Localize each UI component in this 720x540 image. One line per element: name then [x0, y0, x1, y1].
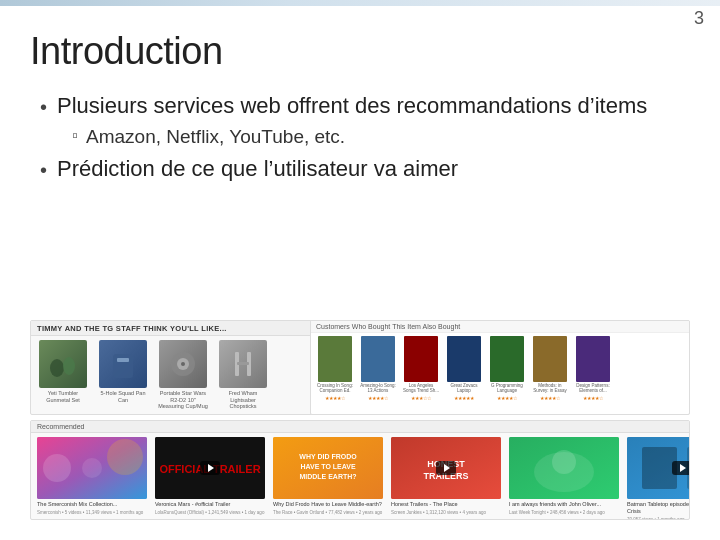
book-stars-5: ★★★★☆	[497, 395, 517, 401]
sub-bullet-text-1: Amazon, Netflix, YouTube, etc.	[86, 125, 345, 150]
images-area: TIMMY AND THE TG STAFF THINK YOU'LL LIKE…	[30, 320, 690, 520]
svg-rect-3	[117, 358, 129, 362]
book-label-3: Los Angeles Songs Trend Sh...	[402, 383, 440, 394]
yt-item-1: The Smerconish Mix Collection... Smercon…	[37, 437, 147, 520]
play-triangle-2	[208, 464, 214, 472]
sub-bullet-dash-1: ▫	[72, 125, 78, 147]
book-cover-4	[447, 336, 481, 382]
svg-point-0	[50, 359, 64, 377]
book-label-4: Great Zovacs Laptop	[445, 383, 483, 394]
bullet-item-1: • Plusieurs services web offrent des rec…	[40, 91, 690, 121]
yt-label-3: Why Did Frodo Have to Leave Middle-earth…	[273, 501, 383, 508]
yt-item-3: WHY DID FRODO HAVE TO LEAVE MIDDLE EARTH…	[273, 437, 383, 520]
sub-bullet-item-1: ▫ Amazon, Netflix, YouTube, etc.	[72, 125, 690, 150]
top-decorative-bar	[0, 0, 720, 6]
svg-rect-9	[237, 362, 249, 365]
yt-meta-3: The Race • Gavin Ortlund • 77,482 views …	[273, 510, 383, 515]
youtube-header: Recommended	[31, 421, 689, 433]
svg-text:HAVE TO LEAVE: HAVE TO LEAVE	[300, 463, 356, 470]
book-label-6: Methods: in Survey: in Essay	[531, 383, 569, 394]
play-overlay-4	[436, 461, 456, 475]
book-item-1: Crossing In Song: Companion Ed. ★★★★☆	[316, 336, 354, 401]
bullet-text-2: Prédiction de ce que l’utilisateur va ai…	[57, 154, 458, 184]
yt-thumb-2: OFFICIAL TRAILER	[155, 437, 265, 499]
yt-meta-2: LolaRunsQuest (Official) • 1,241,549 vie…	[155, 510, 265, 515]
svg-text:WHY DID FRODO: WHY DID FRODO	[299, 453, 357, 460]
bullet-text-1: Plusieurs services web offrent des recom…	[57, 91, 647, 121]
amazon-item-label-4: Fred Wham Lightsaber Chopsticks	[217, 390, 269, 410]
play-triangle-6	[680, 464, 686, 472]
svg-point-6	[181, 362, 185, 366]
book-item-2: Amezing-lo Song: 13 Actions ★★★★☆	[359, 336, 397, 401]
book-item-5: G Programming Language ★★★★☆	[488, 336, 526, 401]
play-overlay-6	[672, 461, 690, 475]
book-cover-5	[490, 336, 524, 382]
amazon-item-label-3: Portable Star Wars R2-D2 10" Measuring C…	[157, 390, 209, 410]
book-label-2: Amezing-lo Song: 13 Actions	[359, 383, 397, 394]
slide-title: Introduction	[30, 30, 690, 73]
amazon-item-3: Portable Star Wars R2-D2 10" Measuring C…	[157, 340, 209, 410]
bullets-container: • Plusieurs services web offrent des rec…	[40, 91, 690, 184]
amazon-item-label-1: Yeti Tumbler Gunmetal Set	[37, 390, 89, 403]
yt-meta-5: Last Week Tonight • 248,456 views • 2 da…	[509, 510, 619, 515]
book-cover-1	[318, 336, 352, 382]
svg-point-13	[107, 439, 143, 475]
bullet-item-2: • Prédiction de ce que l’utilisateur va …	[40, 154, 690, 184]
yt-item-5: I am always friends with John Oliver... …	[509, 437, 619, 520]
yt-meta-6: 70,057 views • 1 months ago	[627, 517, 690, 520]
yt-thumb-5	[509, 437, 619, 499]
svg-point-12	[82, 458, 102, 478]
youtube-items-list: The Smerconish Mix Collection... Smercon…	[31, 433, 689, 520]
bullet-dot-2: •	[40, 157, 47, 184]
book-stars-7: ★★★★☆	[583, 395, 603, 401]
main-content: Introduction • Plusieurs services web of…	[30, 30, 690, 530]
svg-point-25	[552, 450, 576, 474]
yt-item-2: OFFICIAL TRAILER Veronica Mars - #offici…	[155, 437, 265, 520]
amazon-item-label-2: 5-Hole Squad Pan Can	[97, 390, 149, 403]
yt-item-6: Batman Tabletop episode: Santa Claus Cri…	[627, 437, 690, 520]
book-stars-4: ★★★★★	[454, 395, 474, 401]
amazon-item-img-3	[159, 340, 207, 388]
book-item-7: Design Patterns: Elements of... ★★★★☆	[574, 336, 612, 401]
yt-label-4: Honest Trailers - The Place	[391, 501, 501, 508]
bullet-dot-1: •	[40, 94, 47, 121]
yt-meta-1: Smerconish • 5 videos • 11,349 views • 1…	[37, 510, 147, 515]
book-label-1: Crossing In Song: Companion Ed.	[316, 383, 354, 394]
yt-label-2: Veronica Mars - #official Trailer	[155, 501, 265, 508]
svg-rect-2	[113, 354, 133, 378]
svg-point-11	[43, 454, 71, 482]
book-cover-6	[533, 336, 567, 382]
also-bought-section: Customers Who Bought This Item Also Boug…	[310, 320, 690, 415]
book-label-7: Design Patterns: Elements of...	[574, 383, 612, 394]
amazon-item-1: Yeti Tumbler Gunmetal Set	[37, 340, 89, 403]
book-stars-6: ★★★★☆	[540, 395, 560, 401]
yt-thumb-1	[37, 437, 147, 499]
yt-item-4: HONEST TRAILERS Honest Trailers - The Pl…	[391, 437, 501, 520]
book-stars-2: ★★★★☆	[368, 395, 388, 401]
svg-point-1	[63, 357, 75, 375]
amazon-item-img-4	[219, 340, 267, 388]
play-overlay-2	[200, 461, 220, 475]
book-stars-1: ★★★★☆	[325, 395, 345, 401]
youtube-recommendations: Recommended The Smerconish Mix Collectio…	[30, 420, 690, 520]
yt-label-6: Batman Tabletop episode: Santa Claus Cri…	[627, 501, 690, 515]
yt-meta-4: Screen Junkies • 1,312,120 views • 4 yea…	[391, 510, 501, 515]
also-bought-header: Customers Who Bought This Item Also Boug…	[311, 321, 689, 333]
book-item-3: Los Angeles Songs Trend Sh... ★★★☆☆	[402, 336, 440, 401]
yt-thumb-6	[627, 437, 690, 499]
svg-text:MIDDLE EARTH?: MIDDLE EARTH?	[299, 473, 356, 480]
amazon-item-img-1	[39, 340, 87, 388]
book-cover-7	[576, 336, 610, 382]
yt-thumb-3: WHY DID FRODO HAVE TO LEAVE MIDDLE EARTH…	[273, 437, 383, 499]
book-label-5: G Programming Language	[488, 383, 526, 394]
slide-number: 3	[694, 8, 704, 29]
book-cover-3	[404, 336, 438, 382]
amazon-item-img-2	[99, 340, 147, 388]
play-triangle-4	[444, 464, 450, 472]
amazon-item-4: Fred Wham Lightsaber Chopsticks	[217, 340, 269, 410]
yt-thumb-4: HONEST TRAILERS	[391, 437, 501, 499]
amazon-item-2: 5-Hole Squad Pan Can	[97, 340, 149, 403]
also-books-list: Crossing In Song: Companion Ed. ★★★★☆ Am…	[311, 333, 689, 404]
yt-label-1: The Smerconish Mix Collection...	[37, 501, 147, 508]
book-item-6: Methods: in Survey: in Essay ★★★★☆	[531, 336, 569, 401]
